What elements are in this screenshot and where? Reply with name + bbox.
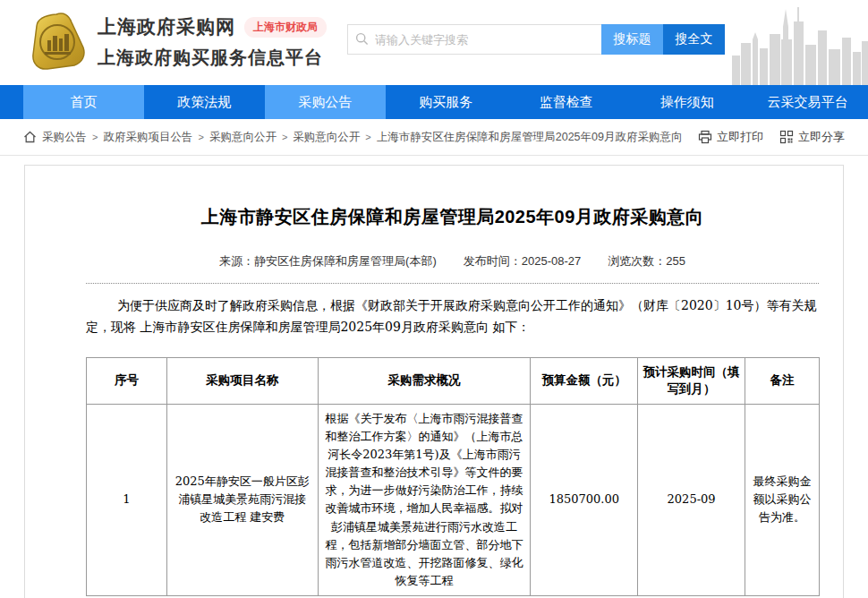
col-requirement: 采购需求概况 [318, 357, 531, 404]
search-input[interactable] [347, 24, 601, 55]
nav-item-announcements[interactable]: 采购公告 [265, 85, 386, 119]
cell-requirement: 根据《关于发布〈上海市雨污混接普查和整治工作方案〉的通知》（上海市总河长令202… [318, 404, 531, 595]
breadcrumb-item[interactable]: 采购意向公开 [209, 130, 277, 145]
share-label: 立即分享 [798, 129, 845, 145]
col-seq: 序号 [87, 357, 167, 404]
share-button[interactable]: 立即分享 [779, 129, 845, 145]
nav-item-instructions[interactable]: 操作须知 [626, 85, 747, 119]
meta-source: 来源：静安区住房保障和房屋管理局(本部) [219, 253, 437, 269]
nav-item-supervision[interactable]: 监督检查 [506, 85, 626, 119]
table-header-row: 序号 采购项目名称 采购需求概况 预算金额（元） 预计采购时间（填写到月） 备注 [87, 357, 820, 404]
cell-planned-time: 2025-09 [638, 404, 745, 595]
col-project-name: 采购项目名称 [166, 357, 318, 404]
nav-item-purchase-services[interactable]: 购买服务 [386, 85, 506, 119]
breadcrumb-separator: > [92, 132, 98, 142]
page-title: 上海市静安区住房保障和房屋管理局2025年09月政府采购意向 [86, 205, 819, 229]
search-group: 搜标题 搜全文 [347, 24, 725, 55]
main-nav: 首页 政策法规 采购公告 购买服务 监督检查 操作须知 云采交易平台 [0, 85, 868, 119]
search-title-button[interactable]: 搜标题 [601, 24, 663, 55]
breadcrumb-item[interactable]: 采购意向公开 [293, 130, 360, 145]
breadcrumb: 采购公告 > 政府采购项目公告 > 采购意向公开 > 采购意向公开 > 上海市静… [0, 119, 868, 156]
dotted-divider [86, 283, 819, 284]
printer-icon [698, 130, 712, 144]
site-logo[interactable]: 上海政府采购网 上海市财政局 上海政府购买服务信息平台 [30, 12, 327, 71]
breadcrumb-item[interactable]: 政府采购项目公告 [103, 130, 192, 145]
intro-paragraph: 为便于供应商及时了解政府采购信息，根据《财政部关于开展政府采购意向公开工作的通知… [86, 295, 819, 338]
cell-seq: 1 [87, 404, 167, 595]
col-budget: 预算金额（元） [531, 357, 638, 404]
home-icon [23, 131, 37, 143]
nav-item-home[interactable]: 首页 [23, 85, 144, 119]
breadcrumb-item[interactable]: 采购公告 [42, 130, 87, 145]
nav-item-policies[interactable]: 政策法规 [144, 85, 265, 119]
meta-publish-date: 发布时间：2025-08-27 [464, 253, 582, 269]
finance-bureau-badge: 上海市财政局 [244, 17, 327, 38]
nav-item-cloud-trade[interactable]: 云采交易平台 [747, 85, 868, 119]
print-label: 立即打印 [717, 129, 763, 145]
cell-project-name: 2025年静安区一般片区彭浦镇星城美景苑雨污混接改造工程 建安费 [166, 404, 318, 595]
col-planned-time: 预计采购时间（填写到月） [638, 357, 745, 404]
procurement-intent-table: 序号 采购项目名称 采购需求概况 预算金额（元） 预计采购时间（填写到月） 备注… [86, 357, 820, 597]
meta-view-count: 浏览次数：255 [608, 253, 685, 269]
breadcrumb-separator: > [365, 132, 370, 142]
article-container: 上海市静安区住房保障和房屋管理局2025年09月政府采购意向 来源：静安区住房保… [24, 165, 844, 598]
search-icon [355, 32, 369, 46]
procurement-emblem-icon [30, 12, 87, 71]
city-skyline-graphic [732, 0, 868, 85]
breadcrumb-current: 上海市静安区住房保障和房屋管理局2025年09月政府采购意向 [377, 130, 683, 145]
print-button[interactable]: 立即打印 [698, 129, 763, 145]
breadcrumb-separator: > [282, 132, 287, 142]
col-remark: 备注 [745, 357, 820, 404]
cell-remark: 最终采购金额以采购公告为准。 [745, 404, 820, 595]
article-meta: 来源：静安区住房保障和房屋管理局(本部) 发布时间：2025-08-27 浏览次… [86, 253, 819, 269]
site-header: 上海政府采购网 上海市财政局 上海政府购买服务信息平台 搜标题 搜全文 [0, 0, 868, 85]
search-fulltext-button[interactable]: 搜全文 [663, 24, 725, 55]
site-title: 上海政府采购网 [98, 14, 235, 39]
breadcrumb-separator: > [198, 132, 203, 142]
site-subtitle: 上海政府购买服务信息平台 [98, 46, 327, 70]
qr-share-icon [779, 130, 794, 144]
table-row: 1 2025年静安区一般片区彭浦镇星城美景苑雨污混接改造工程 建安费 根据《关于… [87, 404, 820, 595]
cell-budget: 1850700.00 [531, 404, 638, 595]
